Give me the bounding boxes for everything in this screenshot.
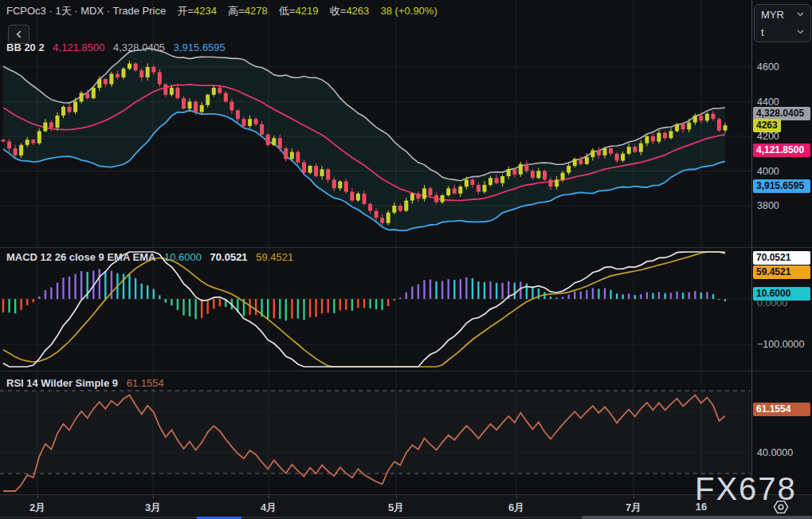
interval-label[interactable]: 1天 <box>55 5 71 17</box>
time-tick <box>634 495 634 498</box>
chevron-left-icon <box>16 30 22 38</box>
price-axis[interactable]: 460044004200400038000.0000−100.000040.00… <box>751 0 812 494</box>
hexagon-target-icon[interactable] <box>772 498 790 516</box>
time-tick <box>396 495 397 498</box>
chevron-down-icon <box>797 12 804 17</box>
panel-separator[interactable] <box>0 247 812 248</box>
macd-plot <box>2 252 726 367</box>
time-tick <box>153 495 154 498</box>
macd-line-value: 70.0521 <box>210 251 248 263</box>
time-label: 7月 <box>626 501 641 515</box>
header-separator: · <box>74 5 77 17</box>
low-label: 低= <box>279 5 296 17</box>
high-value: 4278 <box>245 5 268 17</box>
exchange-label: MDX <box>80 5 104 17</box>
symbol-name[interactable]: FCPOc3 <box>6 5 46 17</box>
price-source-label: Trade Price <box>113 5 167 17</box>
bb-title: BB 20 2 <box>6 41 45 53</box>
bb-lower-value: 3,915.6595 <box>174 41 226 53</box>
time-label: 5月 <box>388 501 404 515</box>
unit-value: t <box>761 26 764 38</box>
time-tick <box>37 495 38 498</box>
axis-tick-label: 4600 <box>757 61 779 73</box>
close-label: 收= <box>330 5 347 17</box>
time-tick <box>269 495 269 498</box>
axis-tick-label: −100.0000 <box>757 338 804 351</box>
axis-tick-label: 40.0000 <box>757 446 793 459</box>
open-label: 开= <box>177 5 194 17</box>
trading-chart-app: FCPOc3 · 1天 · MDX · Trade Price 开=4234 高… <box>0 0 812 519</box>
time-label: 6月 <box>508 501 524 515</box>
axis-tick-label: 3800 <box>757 199 779 212</box>
last-price-tag: 4263 <box>753 119 781 132</box>
panel-separator[interactable] <box>0 371 812 372</box>
macd-line-tag: 70.0521 <box>753 251 810 265</box>
bb-upper-tag: 4,328.0405 <box>753 107 810 120</box>
symbol-header: FCPOc3 · 1天 · MDX · Trade Price 开=4234 高… <box>6 4 437 18</box>
macd-signal-tag: 59.4521 <box>753 265 810 279</box>
bb-lower-tag: 3,915.6595 <box>753 179 810 193</box>
rsi-title: RSI 14 Wilder Simple 9 <box>6 377 118 389</box>
axis-tick-label: 4000 <box>757 165 779 178</box>
rsi-value-tag: 61.1554 <box>753 403 810 416</box>
rsi-legend[interactable]: RSI 14 Wilder Simple 9 61.1554 <box>6 377 170 389</box>
scrollbar-thumb[interactable] <box>582 516 812 519</box>
high-label: 高= <box>228 5 245 17</box>
macd-signal-value: 59.4521 <box>256 251 293 263</box>
unit-select[interactable]: t <box>755 24 810 40</box>
currency-value: MYR <box>761 9 784 21</box>
macd-title: MACD 12 26 close 9 EMA EMA <box>6 251 155 263</box>
bb-basis-value: 4,121.8500 <box>53 41 104 53</box>
low-value: 4219 <box>296 5 319 17</box>
chevron-down-icon <box>797 29 804 34</box>
bb-basis-tag: 4,121.8500 <box>753 144 810 157</box>
time-label: 3月 <box>145 501 161 515</box>
time-label: 4月 <box>261 501 277 515</box>
currency-select[interactable]: MYR <box>755 6 810 22</box>
axis-settings-panel: MYR t <box>754 4 811 42</box>
bb-upper-value: 4,328.0405 <box>113 41 165 53</box>
time-label: 2月 <box>29 501 45 515</box>
time-tick <box>516 495 517 498</box>
header-separator: · <box>107 5 110 17</box>
macd-legend[interactable]: MACD 12 26 close 9 EMA EMA 10.6000 70.05… <box>6 251 299 263</box>
rsi-value: 61.1554 <box>127 377 164 389</box>
macd-hist-value: 10.6000 <box>164 251 202 263</box>
bb-legend[interactable]: BB 20 2 4,121.8500 4,328.0405 3,915.6595 <box>6 41 231 53</box>
header-separator: · <box>49 5 52 17</box>
close-value: 4263 <box>346 5 369 17</box>
change-value: 38 (+0.90%) <box>381 5 437 17</box>
open-value: 4234 <box>194 5 217 17</box>
macd-hist-tag: 10.6000 <box>753 287 810 301</box>
